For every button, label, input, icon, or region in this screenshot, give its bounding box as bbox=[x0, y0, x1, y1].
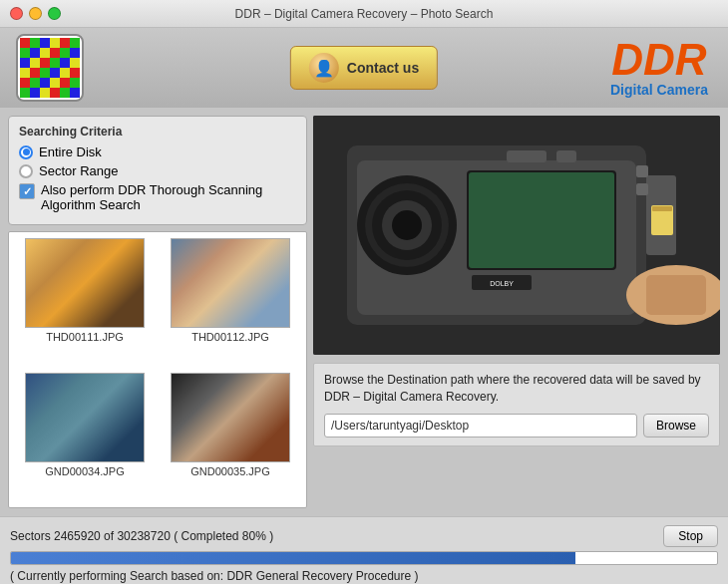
progress-bar-track bbox=[10, 551, 718, 565]
svg-rect-14 bbox=[652, 206, 672, 211]
destination-path-input[interactable] bbox=[324, 414, 637, 438]
progress-info-row: Sectors 2465920 of 30238720 ( Completed … bbox=[10, 525, 718, 547]
camera-image: DOLBY bbox=[313, 116, 720, 355]
thumbnail-label: THD00111.JPG bbox=[46, 331, 124, 343]
contact-icon: 👤 bbox=[309, 53, 339, 83]
close-button[interactable] bbox=[10, 7, 23, 20]
thumbnail-label: GND00034.JPG bbox=[45, 465, 124, 477]
progress-section: Sectors 2465920 of 30238720 ( Completed … bbox=[0, 516, 728, 584]
progress-bar-fill bbox=[11, 552, 575, 564]
browse-button[interactable]: Browse bbox=[643, 414, 709, 438]
thumbnail-label: THD00112.JPG bbox=[191, 331, 269, 343]
contact-button[interactable]: 👤 Contact us bbox=[290, 46, 438, 90]
main-content: Searching Criteria Entire Disk Sector Ra… bbox=[0, 108, 728, 516]
radio-sector-range[interactable]: Sector Range bbox=[19, 163, 296, 178]
svg-text:DOLBY: DOLBY bbox=[490, 280, 514, 287]
browse-section: Browse the Destination path where the re… bbox=[313, 363, 720, 446]
minimize-button[interactable] bbox=[29, 7, 42, 20]
svg-point-9 bbox=[392, 210, 422, 240]
browse-row: Browse bbox=[324, 414, 709, 438]
thumbnail-image bbox=[25, 373, 145, 462]
ddr-title-text: DDR bbox=[610, 38, 708, 82]
checkbox-indicator: ✓ bbox=[19, 183, 35, 199]
right-panel: DOLBY Browse the Destination path where … bbox=[313, 116, 720, 508]
thumbnail-grid: THD00111.JPGTHD00112.JPGGND00034.JPGGND0… bbox=[9, 232, 306, 507]
thumbnail-image bbox=[171, 238, 290, 328]
ddr-logo: DDR Digital Camera bbox=[610, 38, 708, 98]
checkbox-label: Also perform DDR Thorough Scanning Algor… bbox=[41, 182, 296, 212]
thumbnail-grid-container: THD00111.JPGTHD00112.JPGGND00034.JPGGND0… bbox=[8, 231, 307, 508]
radio-sector-range-indicator bbox=[19, 164, 33, 178]
radio-entire-disk-indicator bbox=[19, 146, 33, 159]
radio-entire-disk-label: Entire Disk bbox=[39, 145, 102, 159]
search-criteria-panel: Searching Criteria Entire Disk Sector Ra… bbox=[8, 116, 307, 225]
sectors-progress-text: Sectors 2465920 of 30238720 ( Completed … bbox=[10, 529, 653, 543]
left-panel: Searching Criteria Entire Disk Sector Ra… bbox=[8, 116, 307, 508]
list-item[interactable]: THD00112.JPG bbox=[161, 238, 300, 367]
search-criteria-title: Searching Criteria bbox=[19, 125, 296, 139]
radio-entire-disk[interactable]: Entire Disk bbox=[19, 145, 296, 159]
maximize-button[interactable] bbox=[48, 7, 61, 20]
header: 👤 Contact us DDR Digital Camera bbox=[0, 28, 728, 108]
camera-svg: DOLBY bbox=[313, 116, 720, 355]
progress-algo-text: ( Currently performing Search based on: … bbox=[10, 569, 718, 583]
list-item[interactable]: GND00034.JPG bbox=[15, 373, 155, 501]
radio-sector-range-label: Sector Range bbox=[39, 163, 119, 178]
ddr-subtitle-text: Digital Camera bbox=[610, 82, 708, 98]
app-logo bbox=[16, 34, 84, 102]
window-title: DDR – Digital Camera Recovery – Photo Se… bbox=[235, 7, 494, 21]
svg-rect-17 bbox=[636, 165, 648, 177]
list-item[interactable]: GND00035.JPG bbox=[161, 373, 300, 501]
browse-description: Browse the Destination path where the re… bbox=[324, 372, 709, 406]
svg-rect-19 bbox=[507, 150, 546, 162]
contact-label: Contact us bbox=[347, 60, 419, 76]
checkmark-icon: ✓ bbox=[23, 185, 32, 198]
window-controls bbox=[10, 7, 61, 20]
radio-dot bbox=[23, 148, 30, 155]
svg-rect-4 bbox=[469, 172, 614, 268]
title-bar: DDR – Digital Camera Recovery – Photo Se… bbox=[0, 0, 728, 28]
list-item[interactable]: THD00111.JPG bbox=[15, 238, 155, 367]
thumbnail-label: GND00035.JPG bbox=[190, 465, 269, 477]
svg-rect-20 bbox=[556, 150, 576, 162]
logo-mosaic bbox=[20, 38, 80, 98]
svg-rect-18 bbox=[636, 183, 648, 195]
thumbnail-image bbox=[171, 373, 290, 462]
checkbox-thorough-scan[interactable]: ✓ Also perform DDR Thorough Scanning Alg… bbox=[19, 182, 296, 212]
thumbnail-image bbox=[25, 238, 145, 328]
stop-button[interactable]: Stop bbox=[663, 525, 718, 547]
svg-rect-12 bbox=[646, 275, 706, 315]
